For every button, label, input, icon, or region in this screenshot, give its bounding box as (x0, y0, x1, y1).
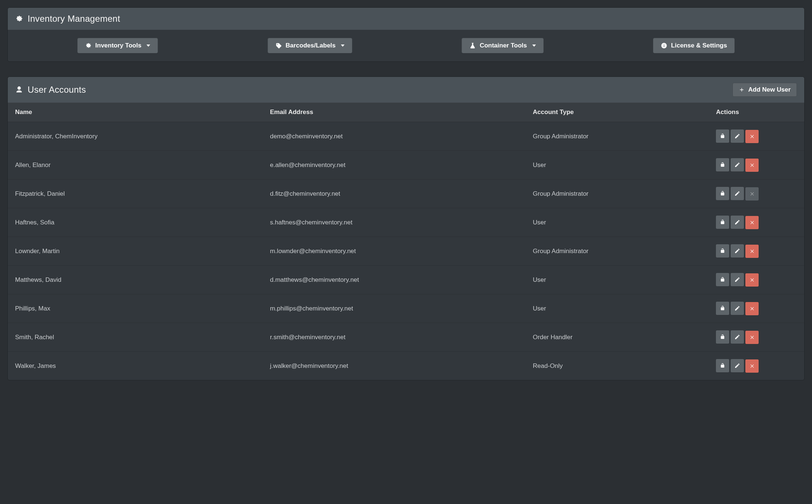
column-header-name: Name (8, 103, 262, 122)
delete-user-button[interactable] (745, 359, 759, 373)
edit-user-button[interactable] (731, 273, 744, 286)
barcodes-labels-label: Barcodes/Labels (286, 42, 336, 49)
user-name-cell: Administrator, ChemInventory (8, 122, 262, 151)
user-name-cell: Lownder, Martin (8, 237, 262, 266)
delete-user-button[interactable] (745, 245, 759, 258)
edit-user-button[interactable] (731, 129, 744, 143)
table-row: Walker, Jamesj.walker@cheminventory.netR… (8, 352, 804, 380)
pencil-icon (734, 219, 740, 225)
user-actions-cell (709, 323, 804, 352)
times-icon (749, 134, 755, 139)
times-icon (749, 363, 755, 369)
pencil-icon (734, 334, 740, 340)
user-name-cell: Walker, James (8, 352, 262, 380)
edit-user-button[interactable] (731, 216, 744, 229)
times-icon (749, 249, 755, 254)
table-row: Administrator, ChemInventorydemo@cheminv… (8, 122, 804, 151)
users-table: Name Email Address Account Type Actions … (8, 103, 804, 380)
times-icon (749, 306, 755, 311)
user-type-cell: User (526, 294, 709, 323)
unlock-icon (720, 191, 725, 196)
user-icon (15, 86, 23, 94)
reset-password-button[interactable] (716, 158, 729, 171)
user-actions-cell (709, 180, 804, 208)
times-icon (749, 191, 755, 196)
user-email-cell: m.phillips@cheminventory.net (262, 294, 525, 323)
chevron-down-icon (341, 45, 345, 47)
times-icon (749, 335, 755, 340)
table-row: Allen, Elanore.allen@cheminventory.netUs… (8, 151, 804, 180)
column-header-type: Account Type (526, 103, 709, 122)
reset-password-button[interactable] (716, 302, 729, 315)
reset-password-button[interactable] (716, 359, 729, 372)
edit-user-button[interactable] (731, 158, 744, 171)
edit-user-button[interactable] (731, 330, 744, 344)
inventory-panel-title: Inventory Management (28, 14, 120, 24)
user-name-cell: Allen, Elanor (8, 151, 262, 180)
user-name-cell: Phillips, Max (8, 294, 262, 323)
users-panel-header: User Accounts Add New User (8, 77, 804, 103)
pencil-icon (734, 162, 740, 168)
table-row: Matthews, Davidd.matthews@cheminventory.… (8, 266, 804, 294)
reset-password-button[interactable] (716, 244, 729, 258)
edit-user-button[interactable] (731, 302, 744, 315)
edit-user-button[interactable] (731, 244, 744, 258)
pencil-icon (734, 363, 740, 369)
unlock-icon (720, 363, 725, 369)
user-type-cell: User (526, 208, 709, 237)
edit-user-button[interactable] (731, 359, 744, 372)
pencil-icon (734, 133, 740, 139)
user-actions-cell (709, 294, 804, 323)
delete-user-button[interactable] (745, 302, 759, 315)
delete-user-button[interactable] (745, 331, 759, 344)
user-email-cell: j.walker@cheminventory.net (262, 352, 525, 380)
unlock-icon (720, 133, 725, 139)
delete-user-button[interactable] (745, 130, 759, 143)
table-row: Lownder, Martinm.lownder@cheminventory.n… (8, 237, 804, 266)
user-email-cell: m.lownder@cheminventory.net (262, 237, 525, 266)
user-type-cell: Order Handler (526, 323, 709, 352)
table-row: Haftnes, Sofias.haftnes@cheminventory.ne… (8, 208, 804, 237)
user-email-cell: r.smith@cheminventory.net (262, 323, 525, 352)
unlock-icon (720, 162, 725, 168)
inventory-tools-button[interactable]: Inventory Tools (77, 38, 158, 53)
delete-user-button[interactable] (745, 216, 759, 229)
inventory-panel-header: Inventory Management (8, 8, 804, 30)
column-header-email: Email Address (262, 103, 525, 122)
user-email-cell: demo@cheminventory.net (262, 122, 525, 151)
chevron-down-icon (532, 45, 536, 47)
table-row: Phillips, Maxm.phillips@cheminventory.ne… (8, 294, 804, 323)
flask-icon (469, 42, 476, 49)
users-panel-title: User Accounts (28, 85, 86, 95)
user-actions-cell (709, 151, 804, 180)
user-type-cell: User (526, 266, 709, 294)
reset-password-button[interactable] (716, 330, 729, 344)
gears-icon (85, 42, 92, 49)
reset-password-button[interactable] (716, 216, 729, 229)
user-actions-cell (709, 208, 804, 237)
license-settings-label: License & Settings (671, 42, 727, 49)
license-settings-button[interactable]: License & Settings (653, 38, 735, 53)
unlock-icon (720, 305, 725, 311)
info-icon (661, 42, 667, 49)
reset-password-button[interactable] (716, 273, 729, 286)
reset-password-button[interactable] (716, 129, 729, 143)
gears-icon (15, 15, 23, 23)
user-type-cell: User (526, 151, 709, 180)
user-type-cell: Read-Only (526, 352, 709, 380)
barcodes-labels-button[interactable]: Barcodes/Labels (268, 38, 352, 53)
pencil-icon (734, 248, 740, 254)
container-tools-label: Container Tools (480, 42, 527, 49)
user-name-cell: Fitzpatrick, Daniel (8, 180, 262, 208)
add-new-user-button[interactable]: Add New User (732, 83, 797, 97)
user-email-cell: d.fitz@cheminventory.net (262, 180, 525, 208)
tag-icon (275, 42, 282, 49)
chevron-down-icon (146, 45, 150, 47)
edit-user-button[interactable] (731, 187, 744, 200)
delete-user-button[interactable] (745, 159, 759, 172)
reset-password-button[interactable] (716, 187, 729, 200)
container-tools-button[interactable]: Container Tools (462, 38, 543, 53)
table-row: Smith, Rachelr.smith@cheminventory.netOr… (8, 323, 804, 352)
times-icon (749, 163, 755, 168)
delete-user-button[interactable] (745, 273, 759, 287)
